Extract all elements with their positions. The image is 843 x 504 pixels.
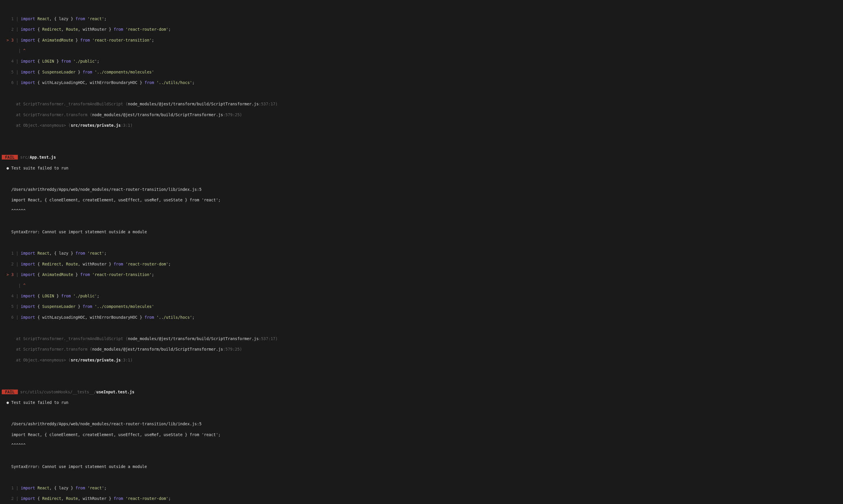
error-file: /Users/ashrithreddy/Apps/web/node_module…: [2, 421, 841, 427]
blank-line: [2, 325, 841, 330]
code-line: 6 | import { withLazyLoadingHOC, withErr…: [2, 314, 841, 320]
terminal-output[interactable]: 1 | import React, { lazy } from 'react';…: [0, 0, 843, 504]
blank-line: [2, 411, 841, 416]
code-line: 4 | import { LOGIN } from './public';: [2, 293, 841, 299]
bullet-icon: ●: [2, 166, 9, 170]
bullet-icon: ●: [2, 400, 9, 405]
fail-header: FAIL src/utils/customHooks/__tests__/use…: [2, 389, 841, 395]
blank-line: [2, 474, 841, 480]
stack-line: at ScriptTransformer.transform (node_mod…: [2, 346, 841, 352]
code-line: 2 | import { Redirect, Route, withRouter…: [2, 496, 841, 501]
blank-line: [2, 368, 841, 373]
code-line: 4 | import { LOGIN } from './public';: [2, 58, 841, 64]
syntax-error: SyntaxError: Cannot use import statement…: [2, 464, 841, 469]
fail-header: FAIL src/App.test.js: [2, 155, 841, 160]
stack-line: at ScriptTransformer.transform (node_mod…: [2, 112, 841, 118]
code-line: 1 | import React, { lazy } from 'react';: [2, 485, 841, 490]
fail-badge: FAIL: [2, 390, 18, 394]
blank-line: [2, 133, 841, 139]
error-carets: ^^^^^^: [2, 443, 841, 448]
code-line: 1 | import React, { lazy } from 'react';: [2, 251, 841, 256]
blank-line: [2, 453, 841, 458]
code-line: 1 | import React, { lazy } from 'react';: [2, 16, 841, 21]
error-file: /Users/ashrithreddy/Apps/web/node_module…: [2, 187, 841, 192]
suite-fail-line: ● Test suite failed to run: [2, 400, 841, 405]
blank-line: [2, 91, 841, 96]
code-line-active: > 3 | import { AnimatedRoute } from 'rea…: [2, 272, 841, 277]
code-caret: | ^: [2, 48, 841, 53]
suite-fail-line: ● Test suite failed to run: [2, 165, 841, 170]
code-line: 5 | import { SuspenseLoader } from '../c…: [2, 304, 841, 309]
code-line: 5 | import { SuspenseLoader } from '../c…: [2, 69, 841, 75]
error-import: import React, { cloneElement, createElem…: [2, 432, 841, 437]
code-line: 2 | import { Redirect, Route, withRouter…: [2, 26, 841, 32]
code-caret: | ^: [2, 283, 841, 288]
stack-line: at ScriptTransformer._transformAndBuildS…: [2, 101, 841, 107]
error-carets: ^^^^^^: [2, 208, 841, 213]
blank-line: [2, 219, 841, 224]
error-import: import React, { cloneElement, createElem…: [2, 197, 841, 202]
stack-line: at Object.<anonymous> (src/routes/privat…: [2, 357, 841, 363]
code-line-active: > 3 | import { AnimatedRoute } from 'rea…: [2, 37, 841, 43]
stack-line: at ScriptTransformer._transformAndBuildS…: [2, 336, 841, 341]
fail-badge: FAIL: [2, 155, 18, 160]
code-line: 6 | import { withLazyLoadingHOC, withErr…: [2, 80, 841, 85]
blank-line: [2, 240, 841, 245]
blank-line: [2, 176, 841, 181]
stack-line: at Object.<anonymous> (src/routes/privat…: [2, 123, 841, 128]
code-line: 2 | import { Redirect, Route, withRouter…: [2, 262, 841, 267]
syntax-error: SyntaxError: Cannot use import statement…: [2, 229, 841, 234]
